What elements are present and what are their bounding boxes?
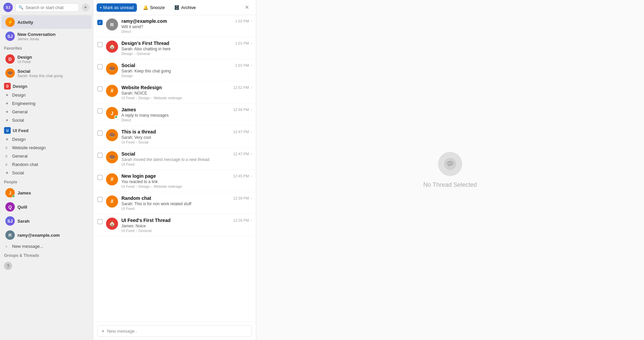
chat-checkbox-ramy[interactable]: ✓ bbox=[97, 20, 103, 25]
quill-name: Quill bbox=[17, 205, 88, 210]
chat-header-uft: UI Feed's First Thread 12:26 PM › bbox=[121, 218, 252, 223]
chat-msg-james: A reply to many messages bbox=[121, 113, 252, 118]
chat-checkbox-uft[interactable] bbox=[97, 219, 103, 224]
sidebar-item-social-fav[interactable]: 🍩 Social Sarah: Keep this chat going bbox=[1, 66, 92, 80]
channel-engineering[interactable]: ★ Engineering bbox=[1, 100, 92, 107]
new-message-item[interactable]: + New message... bbox=[1, 242, 92, 250]
chat-name-james: James bbox=[121, 107, 136, 112]
chat-path-wr: UI Feed › Design › Website redesign bbox=[121, 96, 252, 100]
svg-point-4 bbox=[451, 163, 453, 164]
sidebar-item-ramy[interactable]: R ramy@example.com bbox=[1, 228, 92, 242]
archive-icon: 🗄️ bbox=[174, 5, 179, 10]
sidebar-item-quill[interactable]: Q Quill bbox=[1, 200, 92, 214]
channel-rc-label: Random chat bbox=[12, 162, 38, 167]
chat-avatar-design-thread: 🏠 bbox=[106, 41, 118, 53]
channel-general[interactable]: ★ General bbox=[1, 108, 92, 116]
chat-msg-wr: Sarah: NOICE bbox=[121, 91, 252, 96]
mark-unread-label: Mark as unread bbox=[103, 5, 133, 10]
archive-label: Archive bbox=[181, 5, 196, 10]
ui-feed-ws-name: UI Feed bbox=[13, 128, 29, 133]
chat-time-login: 12:45 PM › bbox=[233, 174, 252, 178]
channel-engineering-label: Engineering bbox=[12, 101, 35, 106]
chat-checkbox-james[interactable] bbox=[97, 108, 103, 114]
close-button[interactable]: ✕ bbox=[241, 3, 253, 12]
hash-icon-wr: # bbox=[5, 146, 10, 150]
ui-feed-ws-avatar: U bbox=[4, 127, 11, 134]
sidebar-item-sarah[interactable]: SJ Sarah bbox=[1, 214, 92, 228]
chat-checkbox-design-thread[interactable] bbox=[97, 42, 103, 47]
channel-social-label: Social bbox=[12, 118, 24, 123]
chat-name-ramy: ramy@example.com bbox=[121, 18, 167, 24]
chat-item-website-redesign[interactable]: # Website Redesign 12:52 PM › Sarah: NOI… bbox=[93, 81, 256, 104]
channel-social[interactable]: ★ Social bbox=[1, 116, 92, 124]
chat-item-design-thread[interactable]: 🏠 Design's First Thread 1:01 PM › Sarah:… bbox=[93, 37, 256, 59]
chat-content-social: Social 1:01 PM › Sarah: Keep this chat g… bbox=[121, 63, 252, 78]
chat-path-random: UI Feed bbox=[121, 207, 252, 211]
svg-point-3 bbox=[449, 163, 451, 164]
sidebar-item-new-conversation[interactable]: SJ New Conversation James Jonas bbox=[1, 30, 92, 43]
search-bar-container[interactable]: 🔍 bbox=[15, 3, 79, 12]
chat-item-social[interactable]: 🍩 Social 1:01 PM › Sarah: Keep this chat… bbox=[93, 59, 256, 81]
chat-msg-random: Sarah: This is for non work related stuf… bbox=[121, 202, 252, 206]
chat-item-james[interactable]: J James 12:48 PM › A reply to many messa… bbox=[93, 104, 256, 126]
chat-name-thread: This is a thread bbox=[121, 129, 156, 134]
snooze-button[interactable]: 🔔 Snooze bbox=[140, 3, 168, 12]
design-ws-name: Design bbox=[13, 84, 27, 89]
chat-item-social2[interactable]: 🍩 Social 12:47 PM › Sarah moved the late… bbox=[93, 148, 256, 170]
channel-ui-design[interactable]: ★ Design bbox=[1, 135, 92, 143]
chat-item-thread[interactable]: 🍩 This is a thread 12:47 PM › Sarah: Ver… bbox=[93, 126, 256, 148]
chat-msg-login: You reacted to a link bbox=[121, 179, 252, 184]
ramy-avatar: R bbox=[5, 230, 15, 240]
chat-path-design-thread: Design › General bbox=[121, 52, 252, 56]
chat-path-social2: UI Feed bbox=[121, 162, 252, 166]
chat-item-ramy[interactable]: ✓ R ramy@example.com 1:02 PM › Will it s… bbox=[93, 15, 256, 37]
chat-time-social2: 12:47 PM › bbox=[233, 152, 252, 156]
chat-time-random: 12:39 PM › bbox=[233, 196, 252, 200]
sidebar-item-james[interactable]: J James bbox=[1, 186, 92, 200]
chat-content-james: James 12:48 PM › A reply to many message… bbox=[121, 107, 252, 122]
user-avatar[interactable]: SJ bbox=[3, 3, 13, 12]
james-name: James bbox=[17, 190, 88, 195]
star-icon-gen: ★ bbox=[5, 110, 10, 114]
chat-checkbox-thread[interactable] bbox=[97, 130, 103, 136]
chat-header-random: Random chat 12:39 PM › bbox=[121, 195, 252, 201]
mark-unread-button[interactable]: ● Mark as unread bbox=[97, 3, 137, 12]
archive-button[interactable]: 🗄️ Archive bbox=[171, 3, 199, 12]
chat-avatar-social2: 🍩 bbox=[106, 151, 118, 163]
chat-item-random[interactable]: # Random chat 12:39 PM › Sarah: This is … bbox=[93, 192, 256, 214]
chat-item-login[interactable]: # New login page 12:45 PM › You reacted … bbox=[93, 170, 256, 192]
help-button[interactable]: ? bbox=[4, 262, 12, 270]
chat-header-social: Social 1:01 PM › bbox=[121, 63, 252, 68]
chat-checkbox-random[interactable] bbox=[97, 197, 103, 202]
chat-msg-uft: James: Noice bbox=[121, 224, 252, 228]
chat-checkbox-social[interactable] bbox=[97, 64, 103, 69]
channel-general2[interactable]: # General bbox=[1, 152, 92, 160]
social-fav-avatar: 🍩 bbox=[5, 68, 15, 78]
search-input[interactable] bbox=[25, 5, 76, 10]
plus-icon: + bbox=[5, 244, 10, 248]
activity-text: Activity bbox=[17, 20, 88, 25]
sidebar-item-activity[interactable]: ⚡ Activity bbox=[1, 15, 92, 29]
new-message-input[interactable]: + New message . bbox=[97, 325, 252, 337]
workspace-design: D Design bbox=[0, 80, 93, 91]
chat-header-james: James 12:48 PM › bbox=[121, 107, 252, 112]
channel-website-redesign[interactable]: # Website redesign bbox=[1, 144, 92, 152]
chat-header-ramy: ramy@example.com 1:02 PM › bbox=[121, 18, 252, 24]
add-button[interactable]: + bbox=[82, 3, 90, 11]
chat-checkbox-social2[interactable] bbox=[97, 153, 103, 158]
chat-path-thread: UI Feed › Social bbox=[121, 140, 252, 144]
sidebar-item-design-fav[interactable]: D Design UI Feed bbox=[1, 52, 92, 66]
channel-design[interactable]: ★ Design bbox=[1, 91, 92, 99]
chat-item-ui-feed-thread[interactable]: 🏠 UI Feed's First Thread 12:26 PM › Jame… bbox=[93, 214, 256, 236]
new-conv-avatar: SJ bbox=[5, 32, 15, 41]
snooze-label: Snooze bbox=[150, 5, 165, 10]
channel-social2[interactable]: ★ Social bbox=[1, 169, 92, 177]
chat-checkbox-login[interactable] bbox=[97, 175, 103, 180]
ramy-text: ramy@example.com bbox=[17, 233, 88, 238]
chat-checkbox-wr[interactable] bbox=[97, 86, 103, 92]
channel-random-chat[interactable]: # Random chat bbox=[1, 161, 92, 168]
snooze-icon: 🔔 bbox=[143, 5, 148, 10]
quill-text: Quill bbox=[17, 205, 88, 210]
star-icon-uid: ★ bbox=[5, 137, 10, 141]
chat-time-james: 12:48 PM › bbox=[233, 108, 252, 112]
